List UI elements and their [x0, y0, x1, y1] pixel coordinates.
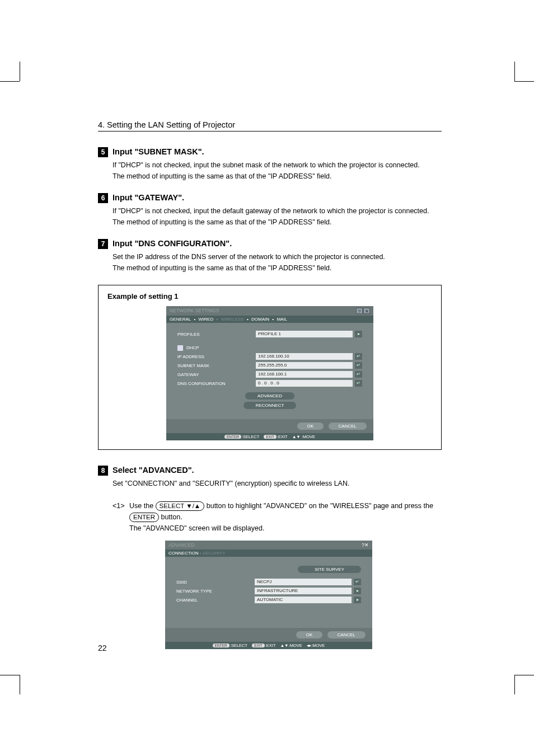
osd-body: SITE SURVEY SSID NECPJ ↵ NETWORK TYPE IN… [165, 557, 372, 628]
tab-security[interactable]: SECURITY [203, 551, 225, 556]
enter-icon[interactable]: ↵ [355, 380, 362, 387]
close-icon[interactable]: ✕ [364, 542, 369, 548]
cancel-button[interactable]: CANCEL [327, 631, 366, 638]
enter-icon[interactable]: ↵ [355, 353, 362, 360]
profiles-field[interactable]: PROFILE 1 [256, 331, 353, 337]
hint-exit: :EXIT [265, 643, 276, 648]
gateway-label: GATEWAY [177, 372, 256, 377]
step-body: Set "CONNECTION" and "SECURITY" (encrypt… [113, 478, 442, 489]
reconnect-button[interactable]: RECONNECT [243, 402, 297, 409]
hint-move2: :MOVE [311, 643, 325, 648]
ssid-label: SSID [176, 580, 255, 585]
close-icon[interactable]: ✕ [363, 308, 370, 314]
hint-select: :SELECT [242, 434, 259, 439]
enter-icon[interactable]: ↵ [354, 579, 361, 585]
channel-field[interactable]: AUTOMATIC [255, 597, 352, 603]
ip-field[interactable]: 192.168.100.10 [256, 353, 353, 360]
channel-label: CHANNEL [176, 598, 255, 603]
osd-titlebar: NETWORK SETTINGS ?✕ [166, 306, 373, 316]
osd-tabs: CONNECTION • SECURITY [165, 550, 372, 557]
ssid-field[interactable]: NECPJ [255, 579, 352, 585]
step-6: 6 Input "GATEWAY". If "DHCP" is not chec… [98, 193, 442, 228]
hint-select: :SELECT [230, 643, 247, 648]
bullet: • [194, 317, 195, 322]
step-body: If "DHCP" is not checked, input the subn… [113, 159, 442, 182]
step-title: Input "DNS CONFIGURATION". [113, 239, 442, 248]
enter-icon[interactable]: ↵ [355, 362, 362, 369]
tab-wired[interactable]: WIRED [199, 317, 214, 322]
tab-connection[interactable]: CONNECTION [168, 551, 199, 556]
tab-general[interactable]: GENERAL [170, 317, 191, 322]
nettype-label: NETWORK TYPE [176, 589, 255, 594]
step-text: The method of inputting is the same as t… [113, 171, 442, 182]
step-text: The method of inputting is the same as t… [113, 217, 442, 228]
ip-label: IP ADDRESS [177, 354, 256, 359]
enter-icon[interactable]: ↵ [355, 371, 362, 378]
tab-domain[interactable]: DOMAIN [251, 317, 269, 322]
step-text: The method of inputting is the same as t… [113, 262, 442, 274]
bullet: • [272, 317, 274, 322]
leftright-icon: ◂▸ [307, 643, 311, 648]
dhcp-row: DHCP [177, 345, 256, 351]
osd-body: PROFILES PROFILE 1 ▸ DHCP IP ADDRESS 192… [166, 323, 373, 419]
t: button. [159, 513, 182, 521]
step-text: If "DHCP" is not checked, input the defa… [113, 205, 442, 217]
help-icon[interactable]: ? [356, 308, 363, 314]
bullet: • [247, 317, 249, 322]
hint-exit: :EXIT [277, 434, 288, 439]
t: The "ADVANCED" screen will be displayed. [129, 523, 442, 534]
gateway-field[interactable]: 192.168.100.1 [256, 371, 353, 378]
t: Use the [129, 502, 156, 510]
site-survey-button[interactable]: SITE SURVEY [298, 566, 361, 573]
step-number: 6 [98, 193, 108, 203]
ok-button[interactable]: OK [296, 631, 323, 638]
enter-pill: ENTER [213, 644, 229, 647]
step-number: 7 [98, 239, 108, 249]
step-5: 5 Input "SUBNET MASK". If "DHCP" is not … [98, 147, 442, 182]
step-text: Set "CONNECTION" and "SECURITY" (encrypt… [113, 478, 442, 489]
step-text: If "DHCP" is not checked, input the subn… [113, 159, 442, 171]
subnet-field[interactable]: 255.255.255.0 [256, 362, 353, 369]
step-8: 8 Select "ADVANCED". Set "CONNECTION" an… [98, 466, 442, 489]
dhcp-checkbox[interactable] [177, 345, 183, 351]
tab-mail[interactable]: MAIL [277, 317, 287, 322]
chapter-heading: 4. Setting the LAN Setting of Projector [98, 120, 442, 132]
cancel-button[interactable]: CANCEL [329, 422, 367, 430]
sub-text: Use the SELECT ▼/▲ button to highlight "… [129, 500, 442, 534]
example-box: Example of setting 1 NETWORK SETTINGS ?✕… [98, 285, 442, 450]
osd-hint-bar: ENTER:SELECT EXIT:EXIT ▲▼:MOVE ◂▸:MOVE [165, 642, 372, 649]
step-title: Select "ADVANCED". [113, 466, 442, 475]
osd-network-settings: NETWORK SETTINGS ?✕ GENERAL • WIRED • WI… [166, 306, 373, 440]
dns-field[interactable]: 0 . 0 . 0 . 0 [256, 380, 353, 387]
osd-hint-bar: ENTER:SELECT EXIT:EXIT ▲▼ :MOVE [166, 433, 373, 440]
chevron-right-icon[interactable]: ▸ [354, 597, 361, 603]
step-number: 5 [98, 147, 108, 157]
page-content: 4. Setting the LAN Setting of Projector … [0, 0, 534, 649]
step-text: Set the IP address of the DNS server of … [113, 251, 442, 262]
window-icons: ?✕ [362, 542, 369, 548]
step-body: If "DHCP" is not checked, input the defa… [113, 205, 442, 228]
osd-tabs: GENERAL • WIRED • WIRELESS • DOMAIN • MA… [166, 316, 373, 323]
chevron-right-icon[interactable]: ▸ [354, 588, 361, 594]
ok-button[interactable]: OK [297, 422, 324, 430]
nettype-field[interactable]: INFRASTRUCTURE [255, 588, 352, 594]
tab-wireless[interactable]: WIRELESS [221, 317, 243, 322]
enter-key: ENTER [129, 513, 159, 522]
profiles-label: PROFILES [177, 332, 256, 337]
bullet: • [216, 317, 218, 322]
example-title: Example of setting 1 [107, 292, 432, 300]
updown-icon: ▲▼ [280, 643, 289, 648]
step-number: 8 [98, 466, 108, 476]
hint-move: :MOVE [289, 643, 302, 648]
hint-move: :MOVE [301, 434, 315, 439]
exit-pill: EXIT [264, 435, 276, 439]
updown-icon: ▲▼ [292, 434, 301, 439]
chevron-right-icon[interactable]: ▸ [355, 331, 362, 337]
sub-step-1: <1> Use the SELECT ▼/▲ button to highlig… [113, 500, 442, 534]
advanced-button[interactable]: ADVANCED [245, 392, 294, 400]
dhcp-label: DHCP [186, 345, 199, 350]
sub-num: <1> [113, 500, 129, 534]
osd-title: NETWORK SETTINGS [170, 308, 219, 314]
select-key: SELECT ▼/▲ [156, 501, 205, 511]
osd-titlebar: ADVANCED ?✕ [165, 541, 372, 550]
